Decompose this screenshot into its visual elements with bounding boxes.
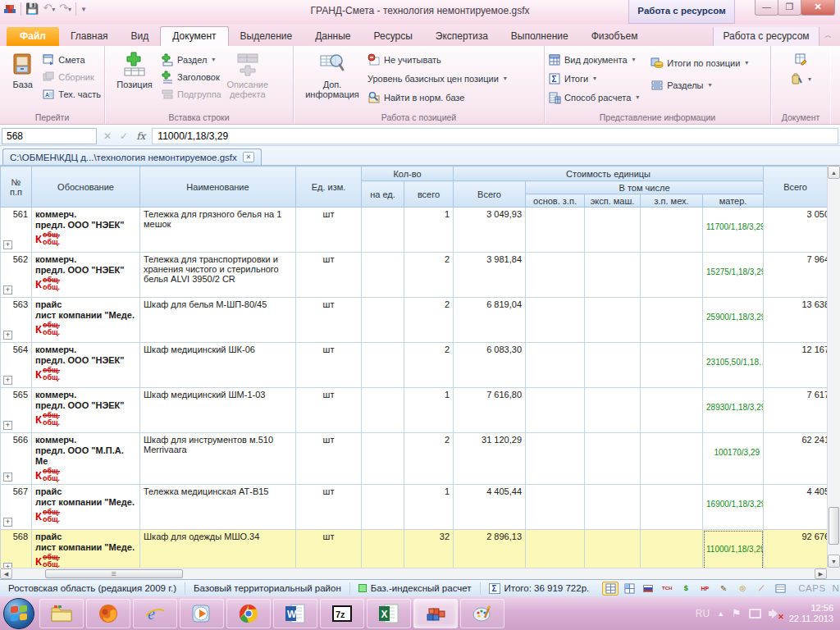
qty-per-cell[interactable] xyxy=(362,208,404,253)
tray-expand-icon[interactable]: ▲ xyxy=(717,609,724,618)
expand-row-button[interactable]: + xyxy=(3,421,12,430)
name-cell[interactable]: Шкаф медицинский ШК-06 xyxy=(140,343,296,388)
volume-muted-icon[interactable]: ✕ xyxy=(769,608,782,619)
mater-cell[interactable]: 28930/1,18/3,29 xyxy=(703,388,764,433)
table-row[interactable]: 563 + прайс лист компании "Меде. К общ. … xyxy=(1,298,828,343)
qty-total-cell[interactable]: 2 xyxy=(404,433,454,485)
qty-total-cell[interactable]: 2 xyxy=(404,343,454,388)
taskbar-grand-smeta[interactable] xyxy=(413,599,458,628)
mater-cell[interactable]: 23105,50/1,18… xyxy=(703,343,764,388)
expand-row-button[interactable]: + xyxy=(3,518,12,527)
row-number-cell[interactable]: 563 + xyxy=(1,298,32,343)
export-icon[interactable] xyxy=(772,582,788,596)
row-total-cell[interactable]: 12 167 xyxy=(764,343,828,388)
qty-per-cell[interactable] xyxy=(362,388,404,433)
row-number-cell[interactable]: 567 + xyxy=(1,485,32,530)
name-cell[interactable]: Тележка медицинская АТ-В15 xyxy=(140,485,296,530)
expand-row-button[interactable]: + xyxy=(3,472,12,482)
tab-glavnaya[interactable]: Главная xyxy=(59,27,120,46)
np-icon[interactable]: НР xyxy=(696,582,713,596)
justification-cell[interactable]: коммерч. предл. ООО "НЭЕК" К общ. общ. xyxy=(32,388,140,433)
eksp-mash-cell[interactable] xyxy=(585,253,641,298)
edit-icon[interactable]: ✎ xyxy=(715,582,732,596)
minimize-button[interactable]: — xyxy=(755,0,778,16)
sections-button[interactable]: Разделы▾ xyxy=(651,78,748,92)
qty-per-cell[interactable] xyxy=(362,433,404,485)
table-row[interactable]: 566 + коммерч. предл. ООО "М.П.А. Ме К о… xyxy=(1,433,828,485)
horizontal-scrollbar[interactable]: ◀ ☰ ▶ xyxy=(0,568,827,579)
close-document-icon[interactable]: ✕ xyxy=(243,152,254,162)
qty-total-cell[interactable]: 2 xyxy=(404,298,454,343)
eksp-mash-cell[interactable] xyxy=(585,433,641,485)
restore-button[interactable]: ❐ xyxy=(778,0,801,16)
unit-cell[interactable]: шт xyxy=(296,388,362,433)
header-total[interactable]: Всего xyxy=(764,167,828,208)
status-region[interactable]: Ростовская область (редакция 2009 г.) xyxy=(0,582,185,595)
vertical-scrollbar[interactable]: ▲ ▼ xyxy=(827,166,840,568)
unit-cell[interactable]: шт xyxy=(296,253,362,298)
taskbar-word[interactable]: W xyxy=(273,599,317,628)
mater-cell[interactable]: 15275/1,18/3,29 xyxy=(703,253,764,298)
status-district[interactable]: Базовый территориальный район xyxy=(185,582,350,595)
action-center-flag-icon[interactable]: ⚑ xyxy=(732,607,742,619)
mater-cell[interactable]: 100170/3,29 xyxy=(703,433,764,485)
russian-flag-icon[interactable] xyxy=(640,582,656,596)
header-unit-cost[interactable]: Стоимость единицы xyxy=(454,167,764,181)
justification-cell[interactable]: коммерч. предл. ООО "М.П.А. Ме К общ. об… xyxy=(32,433,140,485)
view-object-icon[interactable] xyxy=(621,582,637,596)
document-tab[interactable]: C:\ОБМЕН\КДЦ д...\технология немонтируем… xyxy=(2,148,262,165)
tab-resursy[interactable]: Ресурсы xyxy=(363,27,424,46)
qty-per-cell[interactable] xyxy=(362,343,404,388)
position-button[interactable]: Позиция xyxy=(108,49,161,110)
zp-mekh-cell[interactable] xyxy=(641,253,703,298)
tab-file[interactable]: Файл xyxy=(7,27,59,46)
zp-mekh-cell[interactable] xyxy=(641,343,703,388)
confirm-icon[interactable]: ✓ xyxy=(120,130,128,142)
price-icon[interactable]: $ xyxy=(678,582,694,596)
expand-row-button[interactable]: + xyxy=(3,240,12,249)
table-row[interactable]: 561 + коммерч. предл. ООО "НЭЕК" К общ. … xyxy=(1,208,828,253)
language-indicator[interactable]: RU xyxy=(696,608,710,619)
header-qty-total[interactable]: всего xyxy=(404,181,454,208)
eksp-mash-cell[interactable] xyxy=(585,298,641,343)
name-cell[interactable]: Тележка для транспортировки и хранения ч… xyxy=(140,253,296,298)
horizontal-scroll-thumb[interactable]: ☰ xyxy=(45,569,183,578)
row-number-cell[interactable]: 565 + xyxy=(1,388,32,433)
qty-total-cell[interactable]: 1 xyxy=(404,208,454,253)
zp-mekh-cell[interactable] xyxy=(641,485,703,530)
document-view-button[interactable]: Вид документа▾ xyxy=(548,52,639,66)
row-total-cell[interactable]: 4 405 xyxy=(764,485,828,530)
zp-mekh-cell[interactable] xyxy=(641,433,703,485)
network-icon[interactable] xyxy=(749,609,761,619)
tab-vid[interactable]: Вид xyxy=(120,27,161,46)
status-total[interactable]: ΣИтого: 36 919 722р. xyxy=(481,582,598,595)
view-estimate-icon[interactable] xyxy=(602,582,619,596)
mater-cell[interactable]: 11700/1,18/3,29 xyxy=(703,208,764,253)
eksp-mash-cell[interactable] xyxy=(585,208,641,253)
zp-mekh-cell[interactable] xyxy=(641,208,703,253)
calc-method-button[interactable]: Способ расчета▾ xyxy=(548,90,639,104)
base-button[interactable]: База xyxy=(3,49,42,110)
qty-per-cell[interactable] xyxy=(362,298,404,343)
osn-zp-cell[interactable] xyxy=(526,388,585,433)
name-cell[interactable]: Тележка для грязного белья на 1 мешок xyxy=(140,208,296,253)
document-parameters-button[interactable] xyxy=(794,52,807,66)
taskbar-chrome[interactable] xyxy=(226,599,271,628)
taskbar-internet-explorer[interactable]: e xyxy=(133,599,177,628)
fx-icon[interactable]: fx xyxy=(136,130,145,142)
taskbar-7zip[interactable]: 7z xyxy=(320,599,364,628)
name-box[interactable] xyxy=(2,128,97,144)
cancel-icon[interactable]: ✕ xyxy=(103,130,112,142)
taskbar-paint[interactable] xyxy=(460,599,504,628)
row-number-cell[interactable]: 566 + xyxy=(1,433,32,485)
name-cell[interactable]: Шкаф медицинский ШМ-1-03 xyxy=(140,388,296,433)
tab-ekspertiza[interactable]: Экспертиза xyxy=(424,27,500,46)
header-name[interactable]: Наименование xyxy=(140,167,296,208)
eksp-mash-cell[interactable] xyxy=(585,388,641,433)
status-calc-mode[interactable]: Баз.-индексный расчет xyxy=(350,582,481,595)
header-qty[interactable]: Кол-во xyxy=(362,167,454,181)
scroll-left-icon[interactable]: ◀ xyxy=(0,568,12,579)
row-number-cell[interactable]: 562 + xyxy=(1,253,32,298)
unit-cost-cell[interactable]: 6 819,04 xyxy=(454,298,526,343)
tab-dokument[interactable]: Документ xyxy=(160,26,228,46)
